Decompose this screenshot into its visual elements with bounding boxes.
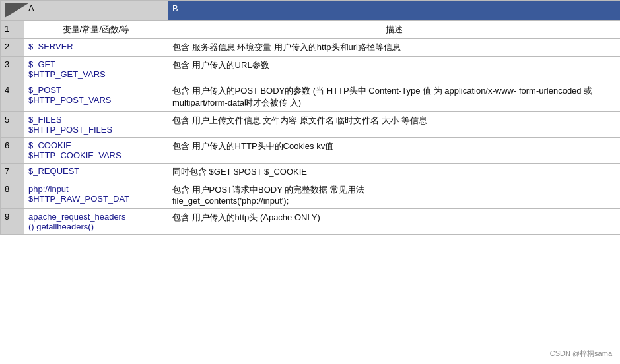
cell-b-6: 包含 用户传入的HTTP头中的Cookies kv值 xyxy=(168,138,621,164)
cell-a-4: $_POST $HTTP_POST_VARS xyxy=(24,82,168,112)
cell-b-8: 包含 用户POST请求中BODY 的完整数据 常见用法 file_get_con… xyxy=(168,181,621,209)
cell-b-9: 包含 用户传入的http头 (Apache ONLY) xyxy=(168,209,621,235)
cell-b-1: 描述 xyxy=(168,21,621,39)
row-num-4: 4 xyxy=(1,82,24,112)
corner-cell xyxy=(1,1,24,21)
cell-a-8: php://input $HTTP_RAW_POST_DAT xyxy=(24,181,168,209)
spreadsheet-table: A B 1变量/常量/函数/等描述2$_SERVER包含 服务器信息 环境变量 … xyxy=(0,0,620,235)
row-num-1: 1 xyxy=(1,21,24,39)
row-num-5: 5 xyxy=(1,112,24,138)
cell-b-4: 包含 用户传入的POST BODY的参数 (当 HTTP头中 Content-T… xyxy=(168,82,621,112)
cell-a-9: apache_request_headers () getallheaders(… xyxy=(24,209,168,235)
cell-a-1: 变量/常量/函数/等 xyxy=(24,21,168,39)
cell-a-3: $_GET $HTTP_GET_VARS xyxy=(24,57,168,82)
cell-a-6: $_COOKIE $HTTP_COOKIE_VARS xyxy=(24,138,168,164)
cell-b-3: 包含 用户传入的URL参数 xyxy=(168,57,621,82)
row-num-3: 3 xyxy=(1,57,24,82)
col-header-b: B xyxy=(168,1,621,21)
cell-b-2: 包含 服务器信息 环境变量 用户传入的http头和uri路径等信息 xyxy=(168,39,621,57)
cell-a-5: $_FILES $HTTP_POST_FILES xyxy=(24,112,168,138)
cell-b-5: 包含 用户上传文件信息 文件内容 原文件名 临时文件名 大小 等信息 xyxy=(168,112,621,138)
col-header-a: A xyxy=(24,1,168,21)
row-num-7: 7 xyxy=(1,164,24,181)
cell-a-2: $_SERVER xyxy=(24,39,168,57)
cell-a-7: $_REQUEST xyxy=(24,164,168,181)
cell-b-7: 同时包含 $GET $POST $_COOKIE xyxy=(168,164,621,181)
row-num-8: 8 xyxy=(1,181,24,209)
row-num-2: 2 xyxy=(1,39,24,57)
row-num-6: 6 xyxy=(1,138,24,164)
row-num-9: 9 xyxy=(1,209,24,235)
